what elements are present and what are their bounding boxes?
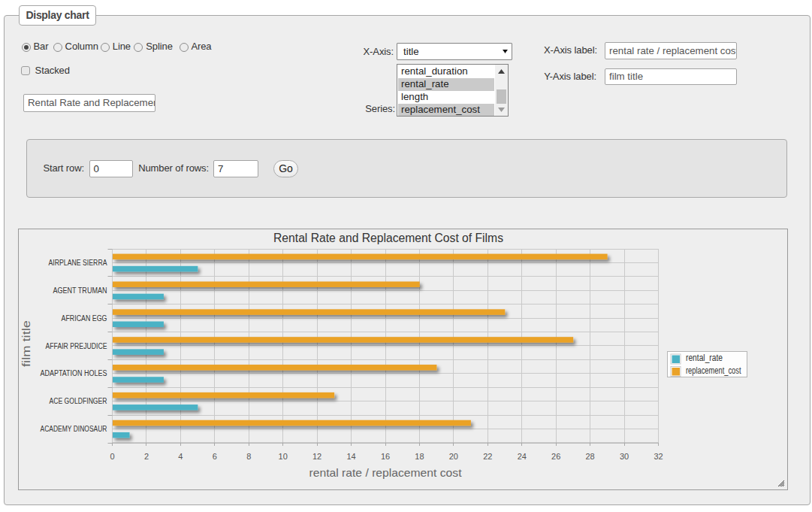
svg-text:8: 8 xyxy=(246,452,251,461)
svg-text:ACE GOLDFINGER: ACE GOLDFINGER xyxy=(50,397,107,405)
svg-text:18: 18 xyxy=(415,452,424,461)
svg-text:ADAPTATION HOLES: ADAPTATION HOLES xyxy=(41,369,107,377)
svg-text:28: 28 xyxy=(585,452,594,461)
svg-text:24: 24 xyxy=(518,452,527,461)
svg-text:2: 2 xyxy=(144,452,149,461)
svg-text:replacement_cost: replacement_cost xyxy=(686,365,741,376)
svg-text:rental rate / replacement cost: rental rate / replacement cost xyxy=(309,466,463,479)
svg-text:14: 14 xyxy=(346,452,355,461)
svg-text:32: 32 xyxy=(654,452,663,461)
svg-text:film title: film title xyxy=(20,320,32,367)
svg-text:Rental Rate and Replacement Co: Rental Rate and Replacement Cost of Film… xyxy=(273,232,503,244)
svg-text:AGENT TRUMAN: AGENT TRUMAN xyxy=(53,286,107,295)
svg-text:10: 10 xyxy=(279,452,288,461)
svg-text:AFFAIR PREJUDICE: AFFAIR PREJUDICE xyxy=(46,342,107,350)
svg-text:4: 4 xyxy=(178,452,183,461)
svg-text:20: 20 xyxy=(449,452,458,461)
svg-text:rental_rate: rental_rate xyxy=(686,353,723,363)
svg-text:6: 6 xyxy=(213,452,217,461)
svg-text:16: 16 xyxy=(381,452,390,461)
svg-text:AIRPLANE SIERRA: AIRPLANE SIERRA xyxy=(49,259,107,267)
svg-text:12: 12 xyxy=(312,452,321,461)
svg-text:AFRICAN EGG: AFRICAN EGG xyxy=(62,314,107,323)
svg-text:22: 22 xyxy=(483,452,492,461)
svg-text:0: 0 xyxy=(110,452,114,461)
svg-text:ACADEMY DINOSAUR: ACADEMY DINOSAUR xyxy=(41,425,107,433)
svg-text:30: 30 xyxy=(620,452,629,461)
svg-text:26: 26 xyxy=(551,452,560,461)
